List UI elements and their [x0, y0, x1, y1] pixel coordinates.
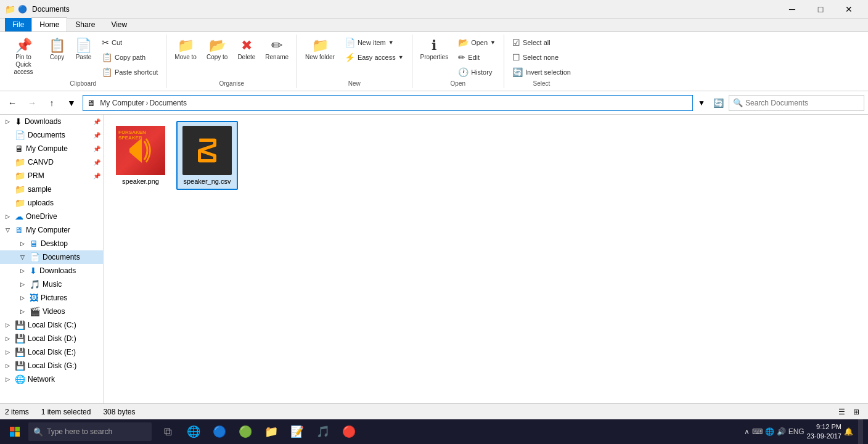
app-icon-red[interactable]: 🔴	[337, 419, 361, 444]
forward-button[interactable]: →	[23, 95, 41, 111]
expand-local-d[interactable]: ▷	[2, 334, 12, 343]
expand-mycomputer-main[interactable]: ▽	[2, 225, 12, 235]
sidebar-item-sample[interactable]: 📁 sample	[0, 183, 103, 196]
expand-prm[interactable]	[2, 171, 12, 181]
edit-button[interactable]: ✏ Edit	[454, 51, 500, 64]
tab-file[interactable]: File	[5, 18, 31, 31]
sidebar-item-mycomputer[interactable]: ▽ 🖥 My Computer	[0, 223, 103, 237]
sidebar-item-onedrive[interactable]: ▷ ☁ OneDrive	[0, 210, 103, 223]
expand-mycompute[interactable]	[2, 144, 12, 154]
notifications-icon[interactable]: 🔔	[844, 427, 853, 436]
recent-locations-button[interactable]: ▼	[63, 95, 80, 111]
taskbar: 🔍 Type here to search ⧉ 🌐 🔵 🟢 📁 📝 🎵 🔴 ∧ …	[0, 419, 868, 444]
svg-rect-2	[10, 427, 15, 432]
sidebar-item-mycompute-quick[interactable]: 🖥 My Compute 📌	[0, 142, 103, 155]
expand-desktop[interactable]: ▷	[17, 239, 27, 249]
delete-button[interactable]: ✖ Delete	[233, 36, 260, 64]
move-to-button[interactable]: 📁 Move to	[170, 36, 201, 64]
open-button[interactable]: 📂 Open ▼	[454, 36, 500, 49]
expand-local-g[interactable]: ▷	[2, 361, 12, 371]
cut-button[interactable]: ✂ Cut	[97, 36, 162, 49]
edge-icon[interactable]: 🌐	[181, 419, 206, 444]
expand-local-c[interactable]: ▷	[2, 320, 12, 330]
copy-to-button[interactable]: 📂 Copy to	[202, 36, 232, 64]
expand-music[interactable]: ▷	[17, 279, 27, 289]
select-all-button[interactable]: ☑ Select all	[508, 36, 575, 49]
expand-pictures[interactable]: ▷	[17, 293, 27, 303]
media-icon[interactable]: 🎵	[311, 419, 335, 444]
tab-share[interactable]: Share	[67, 17, 103, 31]
expand-documents[interactable]: ▽	[17, 252, 27, 262]
expand-local-e[interactable]: ▷	[2, 347, 12, 357]
expand-videos[interactable]: ▷	[17, 306, 27, 316]
refresh-button[interactable]: 🔄	[710, 95, 726, 111]
sidebar-item-documents[interactable]: ▽ 📄 Documents	[0, 250, 103, 264]
taskbar-search[interactable]: 🔍 Type here to search	[28, 422, 152, 441]
new-folder-button[interactable]: 📁 New folder	[301, 36, 339, 64]
tab-view[interactable]: View	[103, 17, 135, 31]
sidebar-item-prm[interactable]: 📁 PRM 📌	[0, 169, 103, 183]
sidebar-item-local-d[interactable]: ▷ 💾 Local Disk (D:)	[0, 332, 103, 345]
sidebar-item-downloads-main[interactable]: ▷ ⬇ Downloads	[0, 264, 103, 278]
minimize-button[interactable]: ─	[778, 0, 806, 18]
expand-downloads[interactable]: ▷	[2, 117, 12, 126]
expand-documents-quick[interactable]	[2, 130, 12, 140]
file-item-speaker-png[interactable]: FORSAKENSPEAKER speaker.png	[110, 121, 171, 190]
sticky-notes-icon[interactable]: 📝	[285, 419, 309, 444]
address-dropdown[interactable]: ▼	[695, 95, 708, 111]
expand-downloads-main[interactable]: ▷	[17, 266, 27, 276]
sidebar-item-downloads[interactable]: ▷ ⬇ Downloads 📌	[0, 115, 103, 128]
tab-home[interactable]: Home	[31, 17, 67, 31]
expand-uploads[interactable]	[2, 198, 12, 208]
sidebar-item-uploads[interactable]: 📁 uploads	[0, 196, 103, 210]
search-input[interactable]	[745, 99, 860, 107]
sidebar-item-videos[interactable]: ▷ 🎬 Videos	[0, 305, 103, 318]
file-explorer-icon[interactable]: 📁	[259, 419, 284, 444]
large-icons-view-button[interactable]: ⊞	[850, 405, 863, 419]
expand-onedrive[interactable]: ▷	[2, 212, 12, 221]
expand-sample[interactable]	[2, 184, 12, 194]
history-button[interactable]: 🕐 History	[454, 65, 500, 79]
sidebar-item-desktop[interactable]: ▷ 🖥 Desktop	[0, 237, 103, 250]
ribbon: 📌 Pin to Quick access 📋 Copy 📄 Paste ✂ C…	[0, 32, 868, 91]
ie-icon[interactable]: 🔵	[207, 419, 232, 444]
paste-button[interactable]: 📄 Paste	[71, 36, 96, 64]
close-button[interactable]: ✕	[835, 0, 863, 18]
select-none-button[interactable]: ☐ Select none	[508, 51, 575, 64]
chrome-icon[interactable]: 🟢	[233, 419, 258, 444]
new-item-button[interactable]: 📄 New item ▼	[340, 36, 408, 49]
sidebar-item-local-c[interactable]: ▷ 💾 Local Disk (C:)	[0, 318, 103, 332]
up-button[interactable]: ↑	[43, 95, 60, 111]
breadcrumb-my-computer[interactable]: My Computer	[100, 99, 144, 107]
copy-path-button[interactable]: 📋 Copy path	[97, 51, 162, 64]
rename-button[interactable]: ✏ Rename	[261, 36, 293, 64]
properties-button[interactable]: ℹ Properties	[416, 36, 453, 64]
paste-shortcut-button[interactable]: 📋 Paste shortcut	[97, 65, 162, 79]
sidebar-item-music[interactable]: ▷ 🎵 Music	[0, 278, 103, 291]
sidebar-item-pictures[interactable]: ▷ 🖼 Pictures	[0, 291, 103, 305]
pin-quick-access-button[interactable]: 📌 Pin to Quick access	[4, 36, 43, 79]
expand-canvd[interactable]	[2, 157, 12, 167]
maximize-button[interactable]: □	[806, 0, 835, 18]
sidebar-item-canvd[interactable]: 📁 CANVD 📌	[0, 155, 103, 169]
sidebar-item-network[interactable]: ▷ 🌐 Network	[0, 372, 103, 386]
search-box[interactable]: 🔍	[729, 95, 864, 111]
invert-selection-button[interactable]: 🔄 Invert selection	[508, 65, 575, 79]
back-button[interactable]: ←	[4, 95, 21, 111]
up-arrow-icon[interactable]: ∧	[744, 427, 750, 436]
start-button[interactable]	[2, 419, 27, 444]
details-view-button[interactable]: ☰	[835, 405, 848, 419]
task-view-button[interactable]: ⧉	[155, 419, 180, 444]
copy-button[interactable]: 📋 Copy	[44, 36, 70, 64]
breadcrumb-documents[interactable]: Documents	[149, 99, 187, 107]
show-desktop-button[interactable]	[858, 419, 863, 444]
sidebar-item-documents-quick[interactable]: 📄 Documents 📌	[0, 128, 103, 142]
sidebar-item-local-e[interactable]: ▷ 💾 Local Disk (E:)	[0, 345, 103, 359]
sidebar-item-local-g[interactable]: ▷ 💾 Local Disk (G:)	[0, 359, 103, 372]
pin-canvd: 📌	[93, 159, 100, 166]
expand-network[interactable]: ▷	[2, 374, 12, 384]
file-item-speaker-csv[interactable]: speaker_ng.csv	[176, 121, 238, 190]
address-path[interactable]: 🖥 My Computer › Documents	[83, 95, 693, 111]
easy-access-button[interactable]: ⚡ Easy access ▼	[340, 51, 408, 64]
copy-path-icon: 📋	[102, 52, 112, 62]
